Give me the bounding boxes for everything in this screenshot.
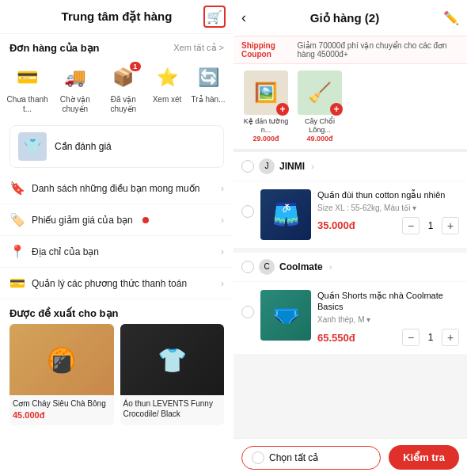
menu-wishlist[interactable]: 🔖 Danh sách những điều bạn mong muốn › <box>0 173 234 204</box>
qty-decrease-0[interactable]: − <box>402 217 420 234</box>
rec-price-1: 49.000đ <box>306 135 332 143</box>
delivered-icon: 📦 <box>112 67 134 88</box>
rec-name-1: Cây Chổi Lông... <box>295 117 344 135</box>
select-all-circle <box>252 451 264 464</box>
rec-item-1[interactable]: 🧹 + Cây Chổi Lông... 49.000đ <box>295 70 344 143</box>
menu-address[interactable]: 📍 Địa chỉ của bạn › <box>0 236 234 268</box>
cart-item-1: 🩲 Quần Shorts mặc nhà Coolmate Basics Xa… <box>234 282 467 355</box>
select-all-wrap[interactable]: Chọn tất cả <box>241 446 381 470</box>
review-icon: ⭐ <box>157 67 178 88</box>
qty-increase-0[interactable]: + <box>442 217 459 234</box>
product-img-0: 🍘 <box>9 324 114 395</box>
qty-increase-1[interactable]: + <box>442 329 459 346</box>
suggestions-title: Được đề xuất cho bạn <box>0 299 234 324</box>
item-checkbox-0[interactable] <box>241 205 254 218</box>
item-name-0: Quần đùi thun cotton ngẫu nhiên <box>317 189 459 200</box>
item-variant-1[interactable]: Xanh thép, M ▾ <box>317 315 459 324</box>
rec-img-0: 🖼️ + <box>244 70 288 115</box>
menu-payment-left: 💳 Quản lý các phương thức thanh toán <box>9 276 187 291</box>
product-name-0: Cơm Cháy Siêu Chà Bông <box>9 395 114 409</box>
status-shipping[interactable]: 🚚 Chờ vận chuyến <box>50 63 101 114</box>
shop-checkbox-coolmate[interactable] <box>241 261 254 273</box>
vouchers-dot <box>142 217 149 223</box>
shop-name-jinmi: JINMI <box>279 161 305 172</box>
item-info-1: Quần Shorts mặc nhà Coolmate Basics Xanh… <box>317 290 459 347</box>
menu-address-left: 📍 Địa chỉ của bạn <box>9 244 99 259</box>
item-bottom-1: 65.550đ − 1 + <box>317 329 459 346</box>
rec-price-0: 29.000đ <box>252 135 279 143</box>
menu-payment[interactable]: 💳 Quản lý các phương thức thanh toán › <box>0 268 234 299</box>
cart-scroll: J JINMI › 🩳 Quần đùi thun cotton ngẫu nh… <box>234 152 467 438</box>
back-icon[interactable]: ‹ <box>241 10 246 26</box>
status-shipping-icon-wrap: 🚚 <box>61 63 89 92</box>
cart-item-0: 🩳 Quần đùi thun cotton ngẫu nhiên Size X… <box>234 181 467 248</box>
product-name-1: Áo thun LEVENTS Funny Crocodile/ Black <box>120 395 225 419</box>
item-variant-0[interactable]: Size XL : 55-62kg, Màu tối ▾ <box>317 204 459 212</box>
vouchers-icon: 🏷️ <box>9 212 25 227</box>
menu-wishlist-left: 🔖 Danh sách những điều bạn mong muốn <box>9 181 199 196</box>
orders-see-all[interactable]: Xem tất cả > <box>173 43 224 53</box>
item-name-1: Quần Shorts mặc nhà Coolmate Basics <box>317 290 459 313</box>
status-delivered[interactable]: 📦 1 Đã vận chuyến <box>101 63 146 114</box>
item-price-0: 35.000đ <box>317 219 355 231</box>
item-checkbox-1[interactable] <box>241 306 254 318</box>
cart-bottom: Chọn tất cả Kiểm tra <box>234 438 467 476</box>
wishlist-icon: 🔖 <box>9 181 25 196</box>
status-review[interactable]: ⭐ Xem xét <box>146 63 188 114</box>
status-unpaid[interactable]: 💳 Chưa thanh t... <box>5 63 50 114</box>
right-header-icons: ✏️ <box>443 10 459 25</box>
left-header: Trung tâm đặt hàng 🛒 <box>0 0 234 34</box>
payment-icon: 💳 <box>9 276 25 291</box>
review-card[interactable]: 👕 Cần đánh giá <box>9 125 224 168</box>
address-arrow-icon: › <box>221 246 224 257</box>
product-grid: 🍘 Cơm Cháy Siêu Chà Bông 45.000đ 👕 Áo th… <box>0 324 234 425</box>
status-delivered-icon-wrap: 📦 1 <box>109 63 138 92</box>
shop-header-jinmi: J JINMI › <box>234 152 467 181</box>
qty-value-1: 1 <box>424 332 437 343</box>
status-return-label: Trả hàn... <box>192 95 226 105</box>
delivered-badge: 1 <box>130 62 141 71</box>
select-all-label: Chọn tất cả <box>269 452 318 463</box>
rec-item-0[interactable]: 🖼️ + Kệ dán tường n... 29.000đ <box>241 70 290 143</box>
orders-section-header: Đơn hàng của bạn Xem tất cả > <box>0 34 234 57</box>
review-text: Cần đánh giá <box>55 141 112 152</box>
rec-add-btn-1[interactable]: + <box>330 103 343 116</box>
product-card-0[interactable]: 🍘 Cơm Cháy Siêu Chà Bông 45.000đ <box>9 324 114 425</box>
orders-section-title: Đơn hàng của bạn <box>9 42 100 54</box>
shop-name-coolmate: Coolmate <box>279 261 323 272</box>
product-img-1: 👕 <box>120 324 225 395</box>
status-unpaid-icon-wrap: 💳 <box>13 63 42 92</box>
rec-add-btn-0[interactable]: + <box>276 103 289 116</box>
vouchers-arrow-icon: › <box>221 215 224 226</box>
status-shipping-label: Chờ vận chuyến <box>50 95 101 114</box>
unpaid-icon: 💳 <box>17 67 38 88</box>
menu-payment-label: Quản lý các phương thức thanh toán <box>32 278 187 289</box>
rec-name-0: Kệ dán tường n... <box>241 117 290 135</box>
menu-address-label: Địa chỉ của bạn <box>32 246 99 257</box>
shop-checkbox-jinmi[interactable] <box>241 160 254 173</box>
status-return[interactable]: 🔄 Trả hàn... <box>188 63 229 114</box>
item-img-0: 🩳 <box>260 189 311 240</box>
coupon-desc: Giảm 70000đ phí vận chuyển cho các đơn h… <box>298 41 459 59</box>
recommended-row: 🖼️ + Kệ dán tường n... 29.000đ 🧹 + Cây C… <box>234 64 467 152</box>
return-icon: 🔄 <box>198 67 219 88</box>
product-card-1[interactable]: 👕 Áo thun LEVENTS Funny Crocodile/ Black <box>120 324 225 425</box>
shipping-coupon[interactable]: Shipping Coupon Giảm 70000đ phí vận chuy… <box>234 36 467 64</box>
edit-icon[interactable]: ✏️ <box>443 10 459 25</box>
menu-vouchers[interactable]: 🏷️ Phiếu giảm giá của bạn › <box>0 204 234 236</box>
order-status-row: 💳 Chưa thanh t... 🚚 Chờ vận chuyến 📦 1 Đ… <box>0 57 234 120</box>
checkout-button[interactable]: Kiểm tra <box>389 445 459 470</box>
cart-icon-button[interactable]: 🛒 <box>203 6 226 28</box>
qty-decrease-1[interactable]: − <box>402 329 420 346</box>
right-panel: ‹ Giỏ hàng (2) ✏️ Shipping Coupon Giảm 7… <box>234 0 467 476</box>
shop-header-coolmate: C Coolmate › <box>234 253 467 282</box>
menu-wishlist-label: Danh sách những điều bạn mong muốn <box>32 183 199 194</box>
qty-control-0: − 1 + <box>402 217 459 234</box>
product-price-0: 45.000đ <box>9 409 114 425</box>
left-panel: Trung tâm đặt hàng 🛒 Đơn hàng của bạn Xe… <box>0 0 234 476</box>
item-bottom-0: 35.000đ − 1 + <box>317 217 459 234</box>
wishlist-arrow-icon: › <box>221 183 224 194</box>
shop-arrow-jinmi: › <box>311 162 314 171</box>
item-price-1: 65.550đ <box>317 332 355 344</box>
status-delivered-label: Đã vận chuyến <box>101 95 146 114</box>
